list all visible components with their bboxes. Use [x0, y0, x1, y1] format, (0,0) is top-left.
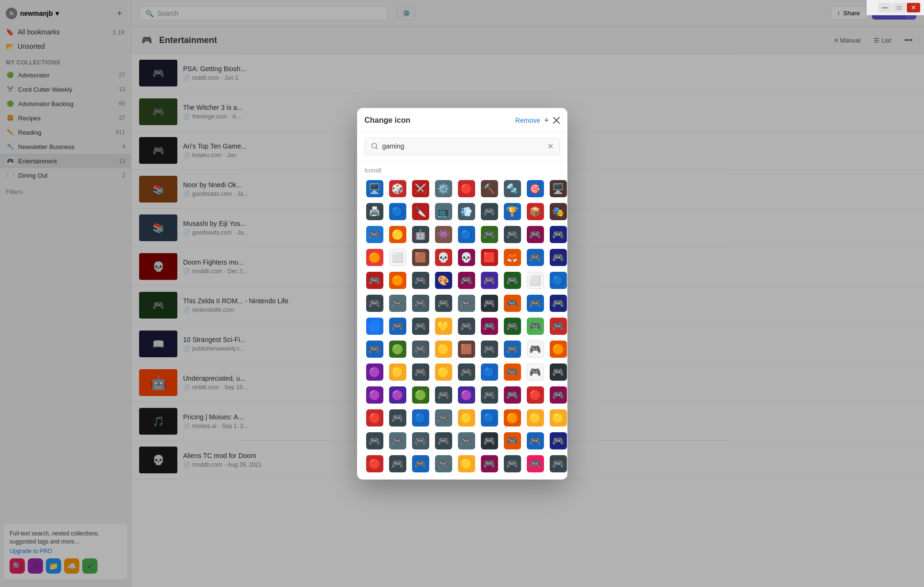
icon-cell[interactable]: 🎮: [502, 431, 522, 451]
icon-cell[interactable]: 👾: [434, 224, 454, 245]
icon-cell[interactable]: 🎮: [479, 316, 500, 336]
icon-cell[interactable]: 🟠: [388, 270, 408, 290]
icon-cell[interactable]: ⚔️: [411, 179, 431, 199]
icon-cell[interactable]: 🎮: [479, 224, 500, 245]
icon-cell[interactable]: 🎮: [365, 293, 385, 313]
icon-cell[interactable]: 🎮: [479, 431, 500, 451]
icon-cell[interactable]: 🤖: [411, 224, 431, 245]
icon-cell[interactable]: ⬜: [388, 247, 408, 267]
icon-cell[interactable]: 🎮: [411, 270, 431, 290]
icon-cell[interactable]: 🟡: [388, 362, 408, 382]
icon-cell[interactable]: 🔨: [479, 179, 500, 199]
icon-cell[interactable]: 🟡: [457, 408, 477, 428]
icon-cell[interactable]: 🔵: [548, 270, 567, 290]
icon-cell[interactable]: 🎮: [457, 270, 477, 290]
icon-cell[interactable]: 🎮: [548, 454, 567, 474]
icon-cell[interactable]: 🟣: [388, 385, 408, 405]
icon-cell[interactable]: 🎮: [525, 316, 545, 336]
icon-cell[interactable]: 🖨️: [365, 202, 385, 222]
icon-cell[interactable]: 🟠: [502, 408, 522, 428]
icon-cell[interactable]: 🎮: [525, 454, 545, 474]
icon-cell[interactable]: 🎮: [365, 270, 385, 290]
maximize-button[interactable]: □: [892, 3, 906, 12]
icon-cell[interactable]: 🎮: [411, 454, 431, 474]
icon-cell[interactable]: 🎮: [388, 454, 408, 474]
icon-cell[interactable]: 🔵: [411, 408, 431, 428]
icon-cell[interactable]: 🔴: [457, 179, 477, 199]
close-dialog-button[interactable]: [553, 117, 560, 124]
icon-cell[interactable]: 🎮: [411, 316, 431, 336]
icon-cell[interactable]: 🎮: [525, 224, 545, 245]
icon-cell[interactable]: 🟡: [525, 408, 545, 428]
icon-cell[interactable]: 🎮: [434, 408, 454, 428]
icon-cell[interactable]: 🔴: [365, 408, 385, 428]
icon-cell[interactable]: 🎮: [502, 362, 522, 382]
icon-cell[interactable]: 🎮: [548, 385, 567, 405]
icon-cell[interactable]: 🟢: [411, 385, 431, 405]
minimize-button[interactable]: —: [878, 3, 891, 12]
icon-cell[interactable]: 🎮: [548, 431, 567, 451]
icon-cell[interactable]: 💀: [457, 247, 477, 267]
icon-cell[interactable]: 🎨: [434, 270, 454, 290]
icon-cell[interactable]: 🎮: [388, 293, 408, 313]
remove-icon-button[interactable]: Remove: [515, 117, 540, 124]
icon-cell[interactable]: 🦊: [502, 247, 522, 267]
icon-cell[interactable]: 🟣: [457, 385, 477, 405]
icon-cell[interactable]: ⬜: [525, 270, 545, 290]
icon-cell[interactable]: 🎮: [548, 293, 567, 313]
icon-cell[interactable]: 🎮: [411, 339, 431, 359]
icon-cell[interactable]: 🟡: [434, 339, 454, 359]
icon-cell[interactable]: 🎮: [548, 247, 567, 267]
icon-cell[interactable]: 🎮: [411, 431, 431, 451]
icon-cell[interactable]: 🔵: [457, 224, 477, 245]
icon-cell[interactable]: 🟢: [388, 339, 408, 359]
icon-cell[interactable]: 🎮: [457, 431, 477, 451]
icon-cell[interactable]: 🎮: [548, 362, 567, 382]
icon-cell[interactable]: 🎮: [457, 362, 477, 382]
icon-cell[interactable]: 🔵: [479, 408, 500, 428]
icon-cell[interactable]: 🟡: [388, 224, 408, 245]
icon-cell[interactable]: 🎮: [525, 362, 545, 382]
icon-cell[interactable]: 🎮: [525, 339, 545, 359]
icon-search-input[interactable]: [382, 142, 544, 150]
icon-cell[interactable]: 🟣: [365, 362, 385, 382]
icon-cell[interactable]: 🎲: [388, 179, 408, 199]
icon-cell[interactable]: 🎮: [548, 316, 567, 336]
icon-cell[interactable]: 🟫: [411, 247, 431, 267]
icon-cell[interactable]: 🎮: [388, 408, 408, 428]
icon-cell[interactable]: 🏆: [502, 202, 522, 222]
icon-cell[interactable]: 💨: [457, 202, 477, 222]
close-button[interactable]: ✕: [907, 3, 920, 12]
icon-cell[interactable]: 🎮: [434, 431, 454, 451]
icon-cell[interactable]: 🎮: [457, 293, 477, 313]
icon-cell[interactable]: 🟡: [434, 362, 454, 382]
icon-cell[interactable]: 🟡: [457, 454, 477, 474]
icon-cell[interactable]: 🔵: [388, 202, 408, 222]
icon-cell[interactable]: 🎮: [502, 224, 522, 245]
icon-cell[interactable]: 🎮: [479, 202, 500, 222]
icon-cell[interactable]: 🎮: [365, 339, 385, 359]
icon-cell[interactable]: 🎮: [525, 431, 545, 451]
icon-cell[interactable]: 🎮: [502, 339, 522, 359]
icon-cell[interactable]: 🟥: [479, 247, 500, 267]
icon-cell[interactable]: 🎮: [502, 293, 522, 313]
icon-cell[interactable]: 🎮: [434, 454, 454, 474]
icon-cell[interactable]: 🎮: [365, 224, 385, 245]
icon-cell[interactable]: ⚙️: [434, 179, 454, 199]
icon-cell[interactable]: 🎮: [434, 385, 454, 405]
icon-cell[interactable]: 🎯: [525, 179, 545, 199]
icon-cell[interactable]: 🟫: [457, 339, 477, 359]
icon-cell[interactable]: 🎮: [479, 339, 500, 359]
icon-cell[interactable]: 🎮: [411, 362, 431, 382]
icon-cell[interactable]: 📺: [434, 202, 454, 222]
icon-cell[interactable]: 🎮: [548, 224, 567, 245]
icon-cell[interactable]: 🟣: [365, 385, 385, 405]
search-clear-button[interactable]: ✕: [547, 142, 554, 151]
icon-cell[interactable]: 🎮: [411, 293, 431, 313]
icon-cell[interactable]: 🎮: [365, 431, 385, 451]
icon-cell[interactable]: 🎮: [457, 316, 477, 336]
add-icon-button[interactable]: +: [544, 116, 549, 126]
icon-cell[interactable]: 🎮: [479, 454, 500, 474]
icon-cell[interactable]: 🎮: [388, 316, 408, 336]
icon-cell[interactable]: 🖥️: [365, 179, 385, 199]
